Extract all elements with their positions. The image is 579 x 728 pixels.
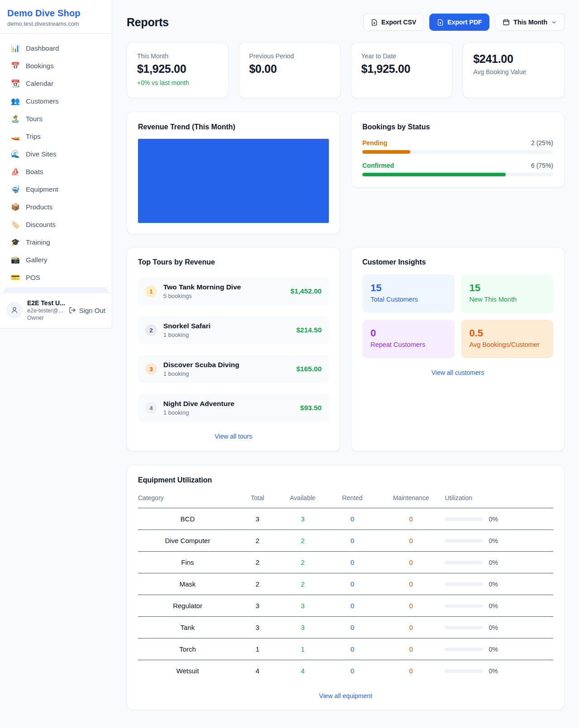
sidebar-item-equipment[interactable]: 🤿 Equipment <box>0 180 112 198</box>
status-row-confirmed: Confirmed 6 (75%) <box>362 162 553 176</box>
sidebar-item-label: Dashboard <box>26 44 59 52</box>
cell-available: 4 <box>278 660 327 682</box>
cell-total: 3 <box>237 595 278 617</box>
col-header-available: Available <box>278 491 327 508</box>
sidebar-item-trips[interactable]: 🚤 Trips <box>0 128 112 145</box>
tag-icon: 🏷️ <box>11 221 20 228</box>
sign-out-label: Sign Out <box>79 307 105 314</box>
cell-category: Wetsuit <box>138 660 237 682</box>
sign-out-button[interactable]: Sign Out <box>69 307 105 314</box>
sidebar-item-label: Products <box>26 203 52 211</box>
tour-list-item: 2 Snorkel Safari 1 booking $214.50 <box>138 316 329 344</box>
stat-card-this-month: This Month $1,925.00 +0% vs last month <box>127 43 228 98</box>
sidebar-item-customers[interactable]: 👥 Customers <box>0 92 112 110</box>
export-pdf-button[interactable]: Export PDF <box>429 14 489 31</box>
stat-card-year-to-date: Year to Date $1,925.00 <box>351 43 453 98</box>
wave-icon: 🌊 <box>11 151 20 158</box>
sidebar-item-label: Boats <box>26 168 43 175</box>
stat-label: Previous Period <box>249 52 330 60</box>
revenue-trend-chart <box>138 139 329 223</box>
cell-maintenance: 0 <box>377 530 445 552</box>
equipment-utilization-panel: Equipment Utilization Category Total Ava… <box>127 465 565 710</box>
customer-insights-panel: Customer Insights 15 Total Customers 15 … <box>351 247 565 451</box>
table-row: BCD 3 3 0 0 0% <box>138 508 553 530</box>
top-tours-title: Top Tours by Revenue <box>138 258 329 266</box>
file-download-icon <box>437 19 444 26</box>
reports-page: Demo Dive Shop demo.test.divestreams.com… <box>0 0 579 728</box>
cell-available: 2 <box>278 573 327 595</box>
tour-amount: $93.50 <box>300 404 322 412</box>
sidebar-item-tours[interactable]: 🏝️ Tours <box>0 110 112 128</box>
table-row: Mask 2 2 0 0 0% <box>138 573 553 595</box>
tile-value: 15 <box>470 282 546 294</box>
sidebar-item-training[interactable]: 🎓 Training <box>0 233 112 251</box>
cell-maintenance: 0 <box>377 617 445 638</box>
diving-mask-icon: 🤿 <box>11 186 20 193</box>
sidebar-item-pos[interactable]: 💳 POS <box>0 269 112 286</box>
cell-utilization: 0% <box>445 508 553 530</box>
cell-utilization: 0% <box>445 530 553 552</box>
tile-new-this-month: 15 New This Month <box>461 274 554 313</box>
cell-maintenance: 0 <box>377 573 445 595</box>
status-bar-track <box>362 150 553 154</box>
utilization-bar-track <box>445 648 483 651</box>
view-all-customers-link[interactable]: View all customers <box>362 369 553 376</box>
camera-icon: 📸 <box>11 256 20 264</box>
export-csv-button[interactable]: Export CSV <box>363 14 424 31</box>
cell-total: 3 <box>237 617 278 638</box>
sidebar-item-gallery[interactable]: 📸 Gallery <box>0 251 112 269</box>
sidebar-item-discounts[interactable]: 🏷️ Discounts <box>0 216 112 233</box>
rank-badge: 2 <box>145 324 157 336</box>
tile-label: Repeat Customers <box>370 341 446 348</box>
cell-utilization: 0% <box>445 660 553 682</box>
cell-rented: 0 <box>327 530 377 552</box>
cell-category: Regulator <box>138 595 237 617</box>
status-count-confirmed: 6 (75%) <box>531 162 553 169</box>
utilization-bar-track <box>445 604 483 608</box>
utilization-percent: 0% <box>489 602 498 610</box>
table-row: Torch 1 1 0 0 0% <box>138 638 553 660</box>
user-name: E2E Test U... <box>27 299 64 307</box>
tour-name: Snorkel Safari <box>163 322 290 330</box>
cell-category: Dive Computer <box>138 530 237 552</box>
cell-available: 3 <box>278 617 327 638</box>
sidebar-item-boats[interactable]: ⛵ Boats <box>0 163 112 180</box>
customers-icon: 👥 <box>11 98 20 105</box>
sidebar-item-label: Bookings <box>26 62 54 70</box>
cell-rented: 0 <box>327 617 377 638</box>
cell-category: Fins <box>138 552 237 573</box>
sidebar-item-label: Training <box>26 238 50 246</box>
utilization-bar-track <box>445 561 483 564</box>
sidebar-item-dive-sites[interactable]: 🌊 Dive Sites <box>0 145 112 163</box>
tour-name: Discover Scuba Diving <box>163 361 290 369</box>
table-header-row: Category Total Available Rented Maintena… <box>138 491 553 508</box>
utilization-percent: 0% <box>489 537 498 544</box>
stat-label: Year to Date <box>361 52 442 60</box>
sidebar-item-dashboard[interactable]: 📊 Dashboard <box>0 39 112 57</box>
tile-value: 0 <box>370 327 446 339</box>
period-dropdown[interactable]: This Month <box>495 14 565 31</box>
sidebar-active-item-partial[interactable] <box>4 287 108 293</box>
utilization-percent: 0% <box>489 667 498 675</box>
view-all-tours-link[interactable]: View all tours <box>138 433 329 440</box>
sidebar-item-bookings[interactable]: 📅 Bookings <box>0 57 112 75</box>
user-info: E2E Test U... e2e-tester@... Owner <box>27 299 64 321</box>
tile-repeat-customers: 0 Repeat Customers <box>362 320 455 358</box>
utilization-percent: 0% <box>489 559 498 566</box>
status-bar-fill-confirmed <box>362 173 506 176</box>
cell-available: 3 <box>278 508 327 530</box>
view-all-equipment-link[interactable]: View all equipment <box>138 692 553 700</box>
revenue-trend-title: Revenue Trend (This Month) <box>138 123 329 131</box>
utilization-percent: 0% <box>489 624 498 631</box>
utilization-bar-track <box>445 582 483 586</box>
cell-total: 2 <box>237 552 278 573</box>
file-download-icon <box>371 19 378 26</box>
tile-label: New This Month <box>470 296 546 303</box>
stat-delta: +0% vs last month <box>137 79 218 86</box>
shop-name: Demo Dive Shop <box>7 8 104 19</box>
sidebar-item-products[interactable]: 📦 Products <box>0 198 112 216</box>
sidebar-item-calendar[interactable]: 📆 Calendar <box>0 75 112 92</box>
equipment-utilization-title: Equipment Utilization <box>138 476 553 484</box>
tour-amount: $1,452.00 <box>290 287 322 295</box>
sidebar-item-label: Equipment <box>26 185 58 193</box>
